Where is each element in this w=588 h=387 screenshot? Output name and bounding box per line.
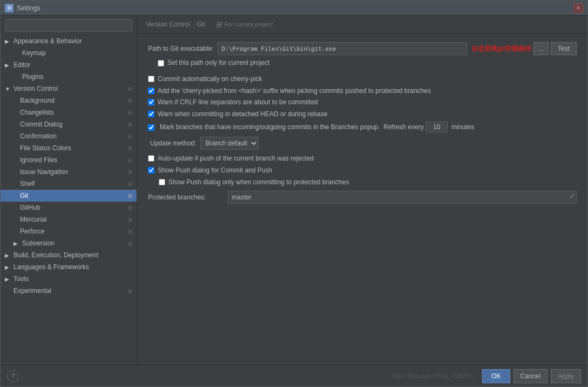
footer: ? https://blog.csdn.net/qq_42282547 OK C… xyxy=(1,365,587,386)
push-only-protected-label: Show Push dialog only when committing to… xyxy=(168,178,349,187)
sidebar-item-git[interactable]: Git ⊞ xyxy=(1,190,137,202)
sidebar-label-appearance: Appearance & Behavior xyxy=(13,37,82,45)
git-path-input[interactable] xyxy=(218,42,467,55)
sidebar-label-github: GitHub xyxy=(20,204,40,211)
sidebar-item-issue-navigation[interactable]: Issue Navigation ⊞ xyxy=(1,166,137,178)
update-method-select[interactable]: Branch default Merge Rebase xyxy=(200,137,259,150)
crlf-row: Warn if CRLF line separators are about t… xyxy=(148,98,577,107)
crlf-checkbox[interactable] xyxy=(148,99,154,105)
detached-label: Warn when committing in detached HEAD or… xyxy=(158,110,327,119)
file-status-colors-icon: ⊞ xyxy=(128,145,132,151)
project-note: ⊞ For current project xyxy=(215,20,273,29)
sidebar-item-appearance[interactable]: ▶ Appearance & Behavior xyxy=(1,35,137,47)
branches-checkbox[interactable] xyxy=(148,124,154,131)
sidebar-item-languages[interactable]: ▶ Languages & Frameworks xyxy=(1,261,137,273)
project-note-text: For current project xyxy=(224,21,273,28)
detached-checkbox[interactable] xyxy=(148,111,154,117)
sidebar-label-subversion: Subversion xyxy=(22,239,55,247)
path-annotation: 在这里填git安装路径 xyxy=(471,44,531,54)
sidebar-item-version-control[interactable]: ▼ Version Control ⊞ xyxy=(1,83,137,95)
settings-window: ⚙ Settings ✕ ▶ Appearance & Behavior Key… xyxy=(0,0,588,387)
auto-commit-row: Commit automatically on cherry-pick xyxy=(148,75,577,84)
breadcrumb-separator: › xyxy=(192,21,194,28)
title-bar: ⚙ Settings ✕ xyxy=(1,1,587,16)
detached-row: Warn when committing in detached HEAD or… xyxy=(148,110,577,119)
arrow-editor: ▶ xyxy=(5,62,11,68)
push-only-protected-checkbox[interactable] xyxy=(159,179,165,185)
sidebar-label-confirmation: Confirmation xyxy=(20,132,57,140)
set-path-checkbox[interactable] xyxy=(158,60,164,66)
sidebar-item-mercurial[interactable]: Mercurial ⊞ xyxy=(1,213,137,225)
sidebar-item-ignored-files[interactable]: Ignored Files ⊞ xyxy=(1,154,137,166)
main-layout: ▶ Appearance & Behavior Keymap ▶ Editor … xyxy=(1,16,587,365)
protected-branches-input[interactable] xyxy=(228,191,577,204)
arrow-build: ▶ xyxy=(5,252,11,258)
close-button[interactable]: ✕ xyxy=(573,3,583,13)
perforce-icon: ⊞ xyxy=(128,229,132,235)
sidebar-label-changelists: Changelists xyxy=(20,109,54,116)
sidebar-item-editor[interactable]: ▶ Editor xyxy=(1,59,137,71)
ok-button[interactable]: OK xyxy=(482,369,510,383)
auto-commit-checkbox[interactable] xyxy=(148,76,154,82)
arrow-subversion: ▶ xyxy=(13,241,20,246)
breadcrumb-part1: Version Control xyxy=(146,21,190,28)
test-button[interactable]: Test xyxy=(551,42,577,55)
sidebar-item-keymap[interactable]: Keymap xyxy=(1,47,137,59)
sidebar-label-plugins: Plugins xyxy=(22,73,43,81)
sidebar-label-git: Git xyxy=(20,192,28,199)
show-push-checkbox[interactable] xyxy=(148,167,154,174)
footer-left: ? xyxy=(7,370,19,382)
sidebar-label-keymap: Keymap xyxy=(22,49,46,57)
update-method-row: Update method: Branch default Merge Reba… xyxy=(148,137,577,150)
sidebar-label-vc: Version Control xyxy=(13,85,58,92)
sidebar-label-perforce: Perforce xyxy=(20,228,44,235)
sidebar-label-shelf: Shelf xyxy=(20,180,35,188)
arrow-vc: ▼ xyxy=(5,86,11,92)
cherry-picked-checkbox[interactable] xyxy=(148,88,154,94)
sidebar-item-github[interactable]: GitHub ⊞ xyxy=(1,202,137,213)
footer-right: https://blog.csdn.net/qq_42282547 OK Can… xyxy=(392,369,581,383)
sidebar-item-file-status-colors[interactable]: File Status Colors ⊞ xyxy=(1,142,137,154)
window-title: Settings xyxy=(17,4,40,12)
cherry-picked-label: Add the 'cherry-picked from <hash>' suff… xyxy=(158,86,431,96)
show-push-row: Show Push dialog for Commit and Push xyxy=(148,166,577,175)
search-box[interactable] xyxy=(5,19,132,32)
auto-update-row: Auto-update if push of the current branc… xyxy=(148,154,577,163)
breadcrumb: Version Control › Git ⊞ For current proj… xyxy=(137,16,587,34)
watermark: https://blog.csdn.net/qq_42282547 xyxy=(392,373,475,379)
sidebar-item-tools[interactable]: ▶ Tools xyxy=(1,273,137,285)
sidebar-item-shelf[interactable]: Shelf ⊞ xyxy=(1,178,137,190)
apply-button[interactable]: Apply xyxy=(551,369,581,383)
sidebar-item-changelists[interactable]: Changelists ⊞ xyxy=(1,106,137,118)
sidebar-item-experimental[interactable]: Experimental ⊞ xyxy=(1,285,137,297)
expand-protected-button[interactable]: ⤢ xyxy=(569,192,576,199)
sidebar-item-build[interactable]: ▶ Build, Execution, Deployment xyxy=(1,249,137,261)
sidebar-item-commit-dialog[interactable]: Commit Dialog ⊞ xyxy=(1,118,137,130)
search-input[interactable] xyxy=(9,22,129,29)
changelists-icon: ⊞ xyxy=(128,110,132,116)
help-button[interactable]: ? xyxy=(7,370,19,382)
sidebar-item-perforce[interactable]: Perforce ⊞ xyxy=(1,225,137,237)
browse-button[interactable]: ... xyxy=(533,42,549,55)
confirmation-icon: ⊞ xyxy=(128,134,132,139)
arrow-languages: ▶ xyxy=(5,264,11,270)
sidebar-item-plugins[interactable]: Plugins xyxy=(1,71,137,83)
vc-icon: ⊞ xyxy=(128,86,132,92)
sidebar-item-subversion[interactable]: ▶ Subversion ⊞ xyxy=(1,237,137,249)
sidebar-label-ignored-files: Ignored Files xyxy=(20,156,57,164)
sidebar-label-tools: Tools xyxy=(13,275,29,283)
set-path-row: Set this path only for current project xyxy=(148,58,577,68)
sidebar: ▶ Appearance & Behavior Keymap ▶ Editor … xyxy=(1,16,137,365)
mercurial-icon: ⊞ xyxy=(128,217,132,223)
sidebar-item-background[interactable]: Background ⊞ xyxy=(1,95,137,106)
minutes-input[interactable] xyxy=(426,122,448,132)
sidebar-item-confirmation[interactable]: Confirmation ⊞ xyxy=(1,130,137,142)
cancel-button[interactable]: Cancel xyxy=(513,369,548,383)
auto-update-checkbox[interactable] xyxy=(148,155,154,162)
ignored-files-icon: ⊞ xyxy=(128,157,132,163)
crlf-label: Warn if CRLF line separators are about t… xyxy=(158,98,318,107)
arrow-appearance: ▶ xyxy=(5,38,11,44)
sidebar-label-background: Background xyxy=(20,97,55,104)
github-icon: ⊞ xyxy=(128,205,132,211)
sidebar-label-file-status-colors: File Status Colors xyxy=(20,144,71,152)
